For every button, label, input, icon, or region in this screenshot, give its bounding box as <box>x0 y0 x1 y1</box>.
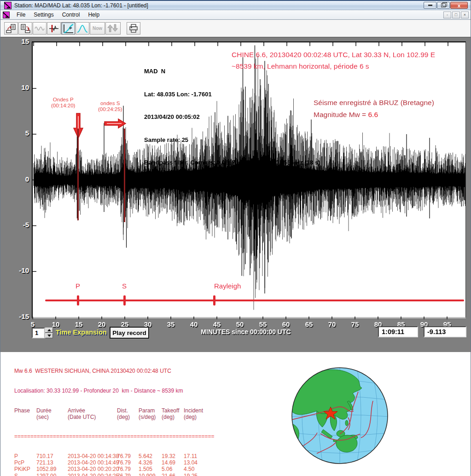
restore-button[interactable] <box>437 2 450 9</box>
table-cell: 13.04 <box>184 459 211 466</box>
menu-control[interactable]: Control <box>58 11 84 19</box>
globe-map <box>289 365 390 466</box>
y-tick-label: -5 <box>8 221 29 229</box>
table-cell: S <box>14 473 36 476</box>
x-tick-label: 70 <box>323 320 341 328</box>
x-tick-mark <box>239 317 240 319</box>
x-tick-label: 55 <box>254 320 272 328</box>
open-record-button[interactable] <box>4 22 18 35</box>
x-tick-mark <box>78 317 79 319</box>
phase-table: Mw 6.6 WESTERN SICHUAN, CHINA 20130420 0… <box>14 355 214 476</box>
table-cell: 14.69 <box>162 459 184 466</box>
toolbar: P Now <box>0 20 471 37</box>
travel-time-button[interactable]: P <box>61 22 75 35</box>
save-record-icon <box>20 24 30 33</box>
table-cell: P <box>14 453 36 459</box>
waveform-button <box>33 22 47 35</box>
table-cell: 4.50 <box>184 466 211 472</box>
y-tick-label: -10 <box>8 266 29 274</box>
mdi-close-button[interactable]: × <box>461 12 469 18</box>
table-cell: Durée <box>36 407 68 414</box>
x-tick-mark <box>55 317 56 319</box>
cursor-time-readout[interactable]: 1:09:11 <box>378 326 418 337</box>
y-tick-label: 15 <box>8 37 29 45</box>
table-cell: (Date UTC) <box>68 414 113 420</box>
spin-down-button[interactable] <box>45 333 53 338</box>
table-row: PKiKP1052.892013-04-20 00:20:2076.791.50… <box>14 466 214 472</box>
table-cell: 76.79 <box>113 459 139 466</box>
table-cell: 721.13 <box>36 459 68 466</box>
seismogram-canvas[interactable] <box>33 42 465 317</box>
x-tick-label: 10 <box>47 320 65 328</box>
x-tick-mark <box>285 317 286 319</box>
play-record-button[interactable]: Play record <box>110 327 149 339</box>
menu-settings[interactable]: Settings <box>29 11 58 19</box>
table-cell: 5.06 <box>162 466 184 472</box>
x-tick-label: 60 <box>277 320 295 328</box>
now-button-label: Now <box>93 26 102 31</box>
menu-file[interactable]: File <box>12 11 29 19</box>
table-cell: Dist. <box>113 407 139 414</box>
x-tick-label: 15 <box>70 320 88 328</box>
mdi-restore-button[interactable]: □ <box>452 12 460 18</box>
seismogram-panel: MAD N Lat: 48.035 Lon: -1.7601 2013/04/2… <box>0 37 471 352</box>
open-record-icon <box>6 24 16 33</box>
x-tick-mark <box>355 317 355 319</box>
travel-time-icon: P <box>63 24 74 34</box>
x-tick-mark <box>447 317 448 319</box>
x-tick-label: 5 <box>23 320 42 328</box>
table-cell: 76.79 <box>113 453 139 459</box>
x-tick-label: 75 <box>346 320 364 328</box>
application-window: Station: MAD/MAD Lat: 48.035 Lon: -1.760… <box>0 0 471 476</box>
scroll-arrows-button <box>105 22 121 35</box>
y-tick-label: 0 <box>8 175 29 183</box>
x-tick-mark <box>147 317 148 319</box>
spin-up-button[interactable] <box>45 328 53 333</box>
table-cell: 19.25 <box>184 473 211 476</box>
mdi-minimize-button[interactable]: - <box>443 12 451 18</box>
phase-table-header: PhaseDuréeArrivéeDist.ParamTakeoffIncide… <box>14 407 214 420</box>
save-record-button[interactable] <box>18 22 32 35</box>
x-tick-mark <box>401 317 401 319</box>
x-tick-mark <box>262 317 263 319</box>
table-cell: 10.909 <box>139 473 162 476</box>
close-button[interactable]: x <box>450 2 468 9</box>
filter-response-button[interactable] <box>76 22 89 35</box>
now-button: Now <box>90 22 105 35</box>
table-cell: 76.79 <box>113 466 139 472</box>
print-button[interactable] <box>127 22 140 35</box>
table-cell <box>14 414 36 420</box>
x-tick-label: 20 <box>93 320 111 328</box>
table-cell: PcP <box>14 459 36 466</box>
table-cell: 2013-04-20 00:20:20 <box>68 466 113 472</box>
window-title: Station: MAD/MAD Lat: 48.035 Lon: -1.760… <box>14 2 148 9</box>
waveform-icon <box>35 24 45 33</box>
y-tick-label: -15 <box>8 312 29 320</box>
table-cell: 1297.00 <box>36 473 68 476</box>
up-down-arrows-icon <box>107 24 120 33</box>
table-cell: 5.642 <box>139 453 162 459</box>
table-cell: 2013-04-20 00:14:49 <box>68 459 113 466</box>
table-row: P710.172013-04-20 00:14:3876.795.64219.3… <box>14 453 214 459</box>
x-tick-mark <box>331 317 332 319</box>
menu-help[interactable]: Help <box>84 11 104 19</box>
x-tick-mark <box>124 317 125 319</box>
pick-phase-button[interactable] <box>47 22 61 35</box>
event-summary-line: Mw 6.6 WESTERN SICHUAN, CHINA 20130420 0… <box>14 368 214 374</box>
bottom-area: Mw 6.6 WESTERN SICHUAN, CHINA 20130420 0… <box>0 352 471 476</box>
phase-table-body: P710.172013-04-20 00:14:3876.795.64219.3… <box>14 453 214 476</box>
table-cell: (deg) <box>184 414 211 420</box>
x-tick-mark <box>216 317 217 319</box>
x-tick-label: 65 <box>300 320 318 328</box>
table-cell: PKiKP <box>14 466 36 472</box>
x-tick-mark <box>308 317 309 319</box>
x-tick-mark <box>378 317 378 319</box>
filter-bell-icon <box>77 24 88 33</box>
cursor-amplitude-readout[interactable]: -9.113 <box>424 326 466 337</box>
x-tick-label: 35 <box>162 320 180 328</box>
seismogram-plot: MAD N Lat: 48.035 Lon: -1.7601 2013/04/2… <box>32 41 466 318</box>
time-expansion-input[interactable]: 1 <box>32 328 45 338</box>
x-tick-mark <box>193 317 194 319</box>
minimize-button[interactable] <box>424 2 436 9</box>
x-tick-label: 50 <box>231 320 249 328</box>
